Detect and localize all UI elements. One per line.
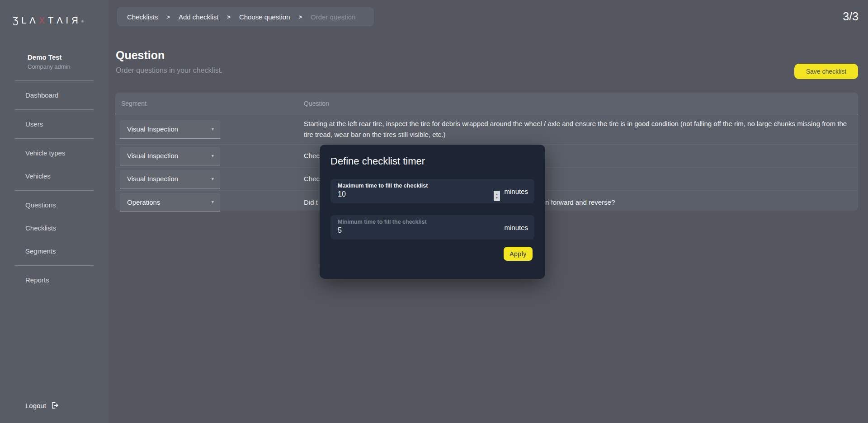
breadcrumb: Checklists > Add checklist > Choose ques… <box>117 7 374 26</box>
breadcrumb-item-order-question: Order question <box>311 13 355 21</box>
sidebar-item-questions[interactable]: Questions <box>0 193 108 216</box>
column-header-segment: Segment <box>115 100 304 107</box>
sidebar-item-users[interactable]: Users <box>0 113 108 136</box>
max-time-input[interactable] <box>338 190 473 198</box>
chevron-down-icon: ▼ <box>211 127 215 132</box>
divider <box>15 138 94 139</box>
step-indicator: 3/3 <box>843 10 859 23</box>
save-checklist-button[interactable]: Save checklist <box>794 64 858 79</box>
segment-cell: Visual Inspection ▼ <box>115 168 304 190</box>
table-header: Segment Question <box>115 93 858 114</box>
logo-text: ƷLΛ <box>13 15 39 25</box>
sidebar-item-reports[interactable]: Reports <box>0 268 108 291</box>
sidebar-item-segments[interactable]: Segments <box>0 240 108 263</box>
min-time-field: Minimum time to fill the checklist minut… <box>330 215 534 240</box>
segment-select-value: Visual Inspection <box>127 125 178 133</box>
segment-cell: Visual Inspection ▼ <box>115 114 304 144</box>
registered-mark: ® <box>81 19 84 24</box>
segment-cell: Operations ▼ <box>115 191 304 214</box>
dialog-title: Define checklist timer <box>330 155 534 167</box>
blaxtair-logo: ƷLΛXTΛIЯ® <box>13 15 84 26</box>
segment-select[interactable]: Operations ▼ <box>120 193 220 212</box>
breadcrumb-item-choose-question[interactable]: Choose question <box>239 13 290 21</box>
segment-select-value: Visual Inspection <box>127 175 178 183</box>
segment-select-value: Operations <box>127 198 160 206</box>
divider <box>15 190 94 191</box>
sidebar-nav: Dashboard Users Vehicle types Vehicles Q… <box>0 78 108 291</box>
question-fragment-right: n forward and reverse? <box>545 197 615 208</box>
sidebar: ƷLΛXTΛIЯ® Demo Test Company admin Dashbo… <box>0 0 108 423</box>
segment-select[interactable]: Visual Inspection ▼ <box>120 170 220 188</box>
chevron-right-icon: > <box>166 14 170 20</box>
sidebar-item-checklists[interactable]: Checklists <box>0 216 108 240</box>
number-stepper[interactable]: ▲ ▼ <box>494 191 500 201</box>
chevron-down-icon: ▼ <box>211 200 215 204</box>
breadcrumb-item-add-checklist[interactable]: Add checklist <box>179 13 218 21</box>
logout-label: Logout <box>25 402 46 409</box>
page-title: Question <box>116 49 165 62</box>
user-role: Company admin <box>28 63 71 70</box>
column-header-question: Question <box>304 100 858 107</box>
segment-select[interactable]: Visual Inspection ▼ <box>120 120 220 139</box>
chevron-right-icon: > <box>227 14 231 20</box>
question-fragment-left: Did t <box>304 197 318 208</box>
min-time-label: Minimum time to fill the checklist <box>338 219 527 225</box>
segment-select-value: Visual Inspection <box>127 152 178 160</box>
min-time-input[interactable] <box>338 226 473 235</box>
sidebar-item-vehicles[interactable]: Vehicles <box>0 164 108 188</box>
max-time-field: Maximum time to fill the checklist ▲ ▼ m… <box>330 179 534 203</box>
logo-x: X <box>39 15 48 25</box>
chevron-down-icon: ▼ <box>211 154 215 158</box>
logout-button[interactable]: Logout <box>25 401 59 409</box>
logout-icon <box>51 401 59 409</box>
breadcrumb-item-checklists[interactable]: Checklists <box>127 13 158 21</box>
apply-button[interactable]: Apply <box>504 247 533 261</box>
divider <box>15 80 94 81</box>
divider <box>15 265 94 266</box>
sidebar-item-dashboard[interactable]: Dashboard <box>0 84 108 107</box>
chevron-right-icon: > <box>299 14 302 20</box>
max-time-label: Maximum time to fill the checklist <box>338 183 527 189</box>
sidebar-item-vehicle-types[interactable]: Vehicle types <box>0 141 108 164</box>
min-time-unit: minutes <box>504 224 528 231</box>
question-cell: Starting at the left rear tire, inspect … <box>304 114 858 144</box>
max-time-unit: minutes <box>504 188 528 195</box>
user-name: Demo Test <box>28 53 71 61</box>
stepper-down-icon[interactable]: ▼ <box>495 197 498 199</box>
page-subtitle: Order questions in your checklist. <box>116 66 223 75</box>
logo-text-2: TΛIЯ <box>48 15 81 25</box>
divider <box>15 109 94 110</box>
define-checklist-timer-dialog: Define checklist timer Maximum time to f… <box>320 145 545 279</box>
segment-cell: Visual Inspection ▼ <box>115 145 304 167</box>
user-block: Demo Test Company admin <box>28 53 71 70</box>
segment-select[interactable]: Visual Inspection ▼ <box>120 147 220 165</box>
chevron-down-icon: ▼ <box>211 177 215 181</box>
stepper-up-icon[interactable]: ▲ <box>495 193 498 196</box>
table-row: Visual Inspection ▼ Starting at the left… <box>115 114 858 145</box>
